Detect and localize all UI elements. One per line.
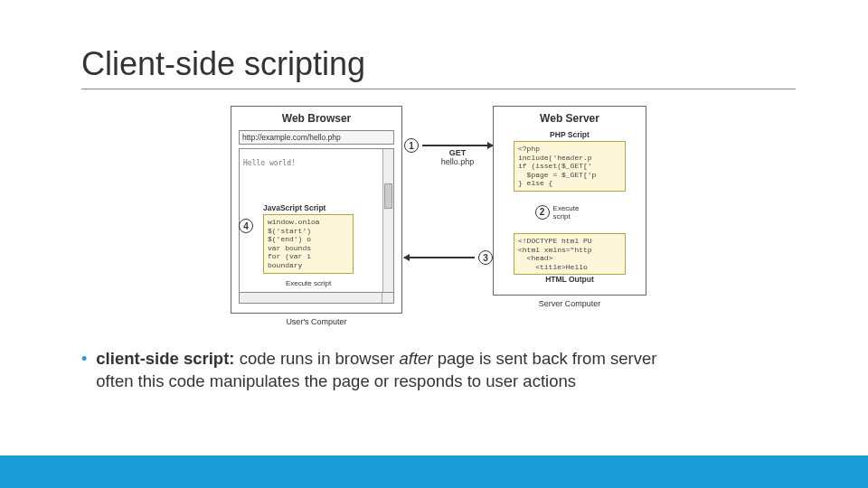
step-3-badge: 3 — [478, 250, 493, 265]
bullet-tail: page is sent back from server — [433, 349, 657, 368]
scrollbar-horizontal — [239, 293, 394, 304]
get-verb: GET — [449, 148, 467, 157]
diagram: Web Browser http://example.com/hello.php… — [231, 106, 646, 326]
server-column: Web Server PHP Script <?php include('hea… — [493, 106, 646, 326]
get-label: GET hello.php — [441, 148, 475, 166]
address-bar: http://example.com/hello.php — [239, 130, 394, 145]
bullet-after: after — [400, 349, 433, 368]
web-browser-panel: Web Browser http://example.com/hello.php… — [231, 106, 402, 314]
web-server-panel: Web Server PHP Script <?php include('hea… — [493, 106, 646, 296]
arrow-get: 1 GET hello.php — [404, 138, 493, 153]
bullet-line2: often this code manipulates the page or … — [96, 371, 576, 390]
javascript-block: JavaScript Script window.onloa $('start'… — [263, 203, 354, 287]
bullet-icon: • — [81, 348, 87, 393]
step-1-badge: 1 — [404, 138, 419, 153]
footer-bar — [0, 455, 868, 488]
page-title: Client-side scripting — [81, 45, 796, 89]
browser-title: Web Browser — [239, 112, 394, 125]
html-code-box: <!DOCTYPE html PU <html xmlns="http <hea… — [514, 233, 626, 275]
slide: Client-side scripting Web Browser http:/… — [0, 0, 868, 488]
bullet-item: • client-side script: code runs in brows… — [81, 348, 796, 393]
step-4-badge: 4 — [239, 219, 253, 233]
browser-column: Web Browser http://example.com/hello.php… — [231, 106, 402, 326]
bullet-list: • client-side script: code runs in brows… — [81, 348, 796, 393]
arrow-right-icon: GET hello.php — [422, 145, 493, 146]
php-script-title: PHP Script — [501, 130, 638, 139]
js-script-title: JavaScript Script — [263, 203, 354, 212]
get-file: hello.php — [441, 157, 475, 166]
php-block: PHP Script <?php include('header.p if (i… — [501, 130, 638, 192]
server-exec-label: Execute script — [553, 204, 580, 221]
browser-viewport: Hello world! JavaScript Script window.on… — [239, 148, 394, 293]
js-code-box: window.onloa $('start') $('end') o var b… — [263, 214, 354, 274]
html-block: <!DOCTYPE html PU <html xmlns="http <hea… — [501, 233, 638, 286]
step-2-row: 2 Execute script — [476, 204, 638, 221]
bullet-mid: code runs in browser — [235, 349, 400, 368]
arrow-left-icon — [404, 257, 475, 258]
bullet-text: client-side script: code runs in browser… — [96, 348, 656, 393]
arrow-response: 3 — [404, 250, 493, 265]
step-2-badge: 2 — [535, 205, 550, 220]
hello-text: Hello world! — [243, 159, 296, 167]
html-output-title: HTML Output — [501, 275, 638, 284]
server-caption: Server Computer — [493, 299, 646, 308]
server-title: Web Server — [501, 112, 638, 125]
browser-exec-label: Execute script — [263, 279, 354, 287]
browser-caption: User's Computer — [231, 317, 402, 326]
scrollbar-vertical — [382, 149, 393, 292]
php-code-box: <?php include('header.p if (isset($_GET[… — [514, 141, 626, 192]
bullet-term: client-side script: — [96, 349, 234, 368]
